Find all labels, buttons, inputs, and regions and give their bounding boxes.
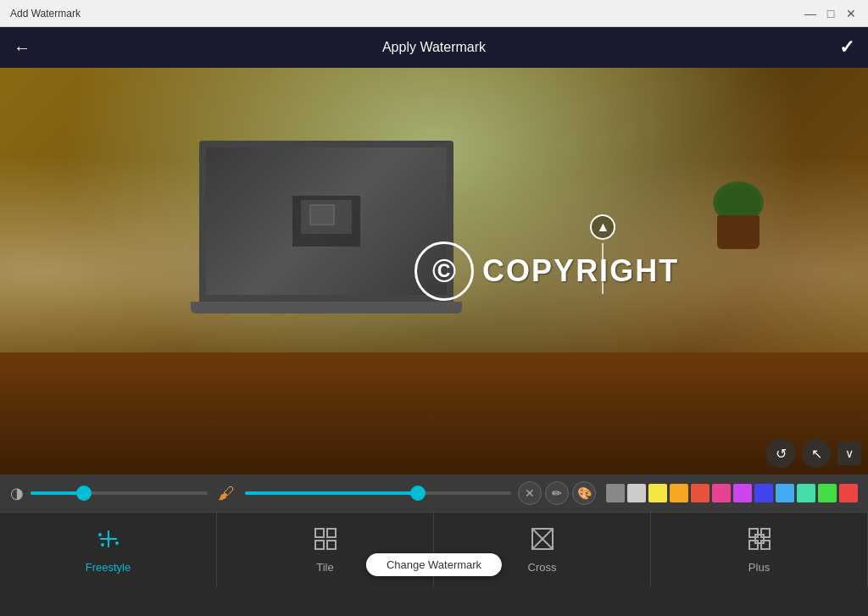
svg-rect-19 [755,535,764,543]
tab-cross-label: Cross [528,561,557,574]
color-swatch-9[interactable] [797,484,815,502]
size-slider-thumb[interactable] [410,486,426,501]
drag-icon[interactable]: ▲ [590,214,615,240]
color-swatch-5[interactable] [712,484,731,502]
slider-bar: ◑ 🖌 ✕ ✏ 🎨 [0,474,868,512]
opacity-icon: ◑ [10,484,24,502]
color-swatch-4[interactable] [691,484,709,502]
overlay-controls: ↺ ↖ ∨ [766,439,861,468]
color-swatch-0[interactable] [606,484,625,502]
reset-button[interactable]: ↺ [766,439,795,468]
photo-background: ▲ © COPYRIGHT ↺ ↖ ∨ [0,68,868,474]
watermark-circle-icon: © [415,241,474,301]
tab-plus[interactable]: Plus [651,513,868,586]
bottom-tabs: Freestyle Tile Cross [0,512,868,586]
change-watermark-button[interactable]: Change Watermark [366,553,502,576]
color-swatches [606,484,858,502]
plus-icon [747,526,772,556]
app-header: ← Apply Watermark ✓ [0,27,868,68]
cross-icon [530,526,555,556]
color-swatch-10[interactable] [818,484,837,502]
svg-point-7 [98,533,102,536]
move-button[interactable]: ↖ [802,439,831,468]
svg-rect-3 [311,206,333,224]
svg-rect-18 [761,529,770,537]
color-edit-icon: 🖌 [218,484,235,503]
color-swatch-2[interactable] [648,484,667,502]
tool-buttons: ✕ ✏ 🎨 [518,481,596,505]
svg-rect-11 [327,529,336,537]
eyedropper-button[interactable]: ✏ [545,481,569,505]
opacity-slider-track[interactable] [31,491,208,495]
color-swatch-1[interactable] [627,484,646,502]
svg-rect-10 [315,529,324,537]
title-bar: Add Watermark — □ ✕ [0,0,868,27]
window-title: Add Watermark [10,8,81,19]
svg-point-9 [101,543,104,547]
maximize-button[interactable]: □ [824,7,837,20]
color-swatch-6[interactable] [733,484,752,502]
svg-rect-20 [749,541,758,549]
minimize-button[interactable]: — [804,7,817,20]
watermark-text: COPYRIGHT [482,253,679,289]
palette-button[interactable]: 🎨 [572,481,596,505]
tile-icon [313,526,338,556]
page-title: Apply Watermark [382,40,486,55]
svg-rect-17 [749,529,758,537]
color-swatch-7[interactable] [754,484,773,502]
svg-rect-13 [327,541,336,549]
svg-point-8 [115,541,119,545]
color-swatch-3[interactable] [670,484,688,502]
plant [713,181,764,249]
svg-rect-21 [761,541,770,549]
opacity-slider-thumb[interactable] [76,486,92,501]
tab-freestyle[interactable]: Freestyle [0,513,217,586]
expand-button[interactable]: ∨ [837,441,861,465]
laptop-screen-inner [206,147,447,295]
watermark-element[interactable]: © COPYRIGHT [415,241,679,301]
size-slider-track[interactable] [245,491,511,495]
back-button[interactable]: ← [14,38,31,58]
window-controls: — □ ✕ [804,7,858,20]
freestyle-icon [96,526,121,556]
tab-freestyle-label: Freestyle [86,561,131,574]
tab-plus-label: Plus [748,561,770,574]
laptop-base [191,302,462,314]
confirm-button[interactable]: ✓ [839,36,854,58]
color-swatch-11[interactable] [839,484,858,502]
svg-rect-12 [315,541,324,549]
color-swatch-8[interactable] [776,484,794,502]
image-canvas[interactable]: ▲ © COPYRIGHT ↺ ↖ ∨ [0,68,868,474]
copyright-symbol: © [432,253,456,290]
size-slider-fill [245,491,418,495]
tab-tile-label: Tile [316,561,333,574]
close-button[interactable]: ✕ [844,7,858,20]
remove-color-button[interactable]: ✕ [518,481,542,505]
plant-pot [717,215,760,249]
table-surface [0,352,868,474]
